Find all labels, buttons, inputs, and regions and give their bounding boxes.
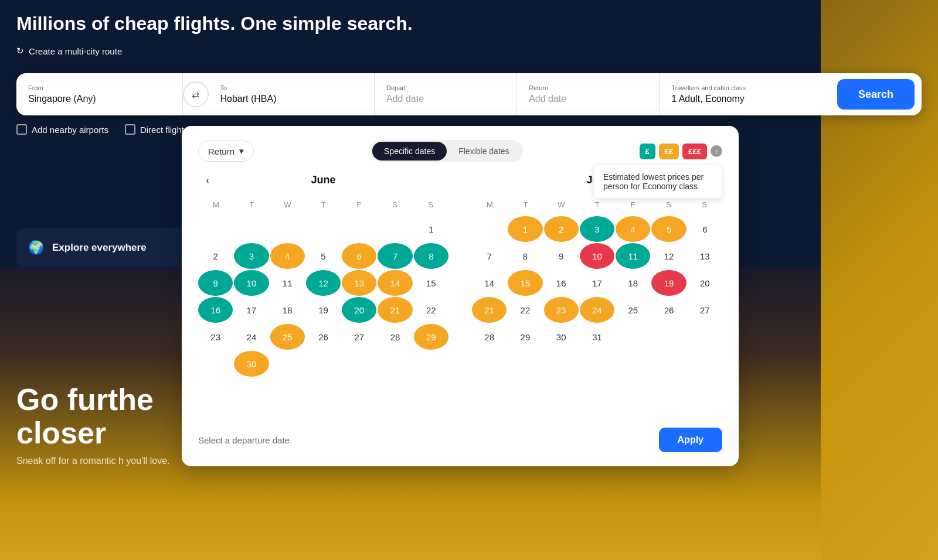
july-day-26[interactable]: 26 (651, 297, 686, 323)
june-day-25[interactable]: 25 (270, 324, 305, 350)
july-day-30[interactable]: 30 (544, 324, 579, 350)
june-day-26[interactable]: 26 (306, 324, 341, 350)
price-badge-high[interactable]: £££ (682, 144, 707, 159)
july-day-14[interactable]: 14 (472, 270, 507, 296)
direct-flights-checkbox[interactable]: Direct flights (125, 124, 189, 135)
july-day-20[interactable]: 20 (688, 270, 722, 296)
july-day-12[interactable]: 12 (651, 243, 686, 269)
july-day-29[interactable]: 29 (508, 324, 542, 350)
june-day-15[interactable]: 15 (414, 270, 448, 296)
july-day-empty-0 (472, 216, 507, 242)
july-day-31[interactable]: 31 (580, 324, 614, 350)
june-day-20[interactable]: 20 (342, 297, 376, 323)
june-day-6[interactable]: 6 (342, 243, 376, 269)
june-day-24[interactable]: 24 (234, 324, 269, 350)
june-day-empty-1 (234, 216, 269, 242)
july-day-28[interactable]: 28 (472, 324, 507, 350)
swap-button[interactable]: ⇄ (183, 81, 209, 107)
july-day-4[interactable]: 4 (616, 216, 650, 242)
july-day-9[interactable]: 9 (544, 243, 579, 269)
july-day-1[interactable]: 1 (508, 216, 542, 242)
july-day-7[interactable]: 7 (472, 243, 507, 269)
july-day-19[interactable]: 19 (651, 270, 686, 296)
june-day-12[interactable]: 12 (306, 270, 341, 296)
from-field[interactable]: From Singapore (Any) (16, 73, 183, 115)
june-grid: 1234567891011121314151617181920212223242… (198, 216, 448, 404)
july-day-27[interactable]: 27 (688, 297, 722, 323)
apply-button[interactable]: Apply (659, 428, 722, 452)
june-day-empty-42 (198, 378, 233, 404)
july-day-18[interactable]: 18 (616, 270, 650, 296)
price-badge-mid[interactable]: ££ (659, 144, 679, 159)
june-day-19[interactable]: 19 (306, 297, 341, 323)
from-label: From (28, 84, 171, 91)
info-icon[interactable]: i (711, 145, 722, 157)
search-bar: From Singapore (Any) ⇄ To Hobart (HBA) D… (16, 73, 922, 115)
june-day-27[interactable]: 27 (342, 324, 376, 350)
june-day-23[interactable]: 23 (198, 324, 233, 350)
direct-flights-box[interactable] (125, 124, 135, 135)
july-day-8[interactable]: 8 (508, 243, 542, 269)
june-day-28[interactable]: 28 (378, 324, 412, 350)
june-day-4[interactable]: 4 (270, 243, 305, 269)
june-day-10[interactable]: 10 (234, 270, 269, 296)
travellers-label: Travellers and cabin class (671, 84, 825, 91)
nearby-airports-box[interactable] (16, 124, 27, 135)
price-legend: £ ££ £££ i Estimated lowest prices per p… (640, 144, 722, 159)
travellers-field[interactable]: Travellers and cabin class 1 Adult, Econ… (660, 73, 837, 115)
july-day-15[interactable]: 15 (508, 270, 542, 296)
june-day-9[interactable]: 9 (198, 270, 233, 296)
july-day-23[interactable]: 23 (544, 297, 579, 323)
july-day-2[interactable]: 2 (544, 216, 579, 242)
july-day-6[interactable]: 6 (688, 216, 722, 242)
multi-city-link[interactable]: ↻ Create a multi-city route (16, 46, 122, 56)
june-day-11[interactable]: 11 (270, 270, 305, 296)
june-day-14[interactable]: 14 (378, 270, 412, 296)
june-day-8[interactable]: 8 (414, 243, 448, 269)
june-day-empty-5 (378, 216, 412, 242)
july-day-10[interactable]: 10 (580, 243, 614, 269)
price-badge-low[interactable]: £ (640, 144, 655, 159)
june-day-21[interactable]: 21 (378, 297, 412, 323)
main-title: Millions of cheap flights. One simple se… (16, 13, 413, 35)
june-day-empty-40 (378, 351, 412, 377)
june-day-1[interactable]: 1 (414, 216, 448, 242)
june-day-13[interactable]: 13 (342, 270, 376, 296)
july-day-22[interactable]: 22 (508, 297, 542, 323)
search-button[interactable]: Search (837, 79, 915, 110)
june-day-16[interactable]: 16 (198, 297, 233, 323)
june-day-7[interactable]: 7 (378, 243, 412, 269)
june-day-17[interactable]: 17 (234, 297, 269, 323)
bottom-promo-text: Go furthe closer Sneak off for a romanti… (16, 383, 170, 466)
june-day-2[interactable]: 2 (198, 243, 233, 269)
june-day-3[interactable]: 3 (234, 243, 269, 269)
nearby-airports-checkbox[interactable]: Add nearby airports (16, 124, 108, 135)
prev-month-button[interactable]: ‹ (198, 171, 217, 190)
date-tabs: Specific dates Flexible dates (371, 140, 523, 162)
day-header-jw: W (543, 198, 579, 211)
depart-field[interactable]: Depart Add date (375, 73, 517, 115)
return-dropdown[interactable]: Return ▾ (198, 141, 254, 162)
june-day-empty-37 (270, 351, 305, 377)
july-day-5[interactable]: 5 (651, 216, 686, 242)
june-day-29[interactable]: 29 (414, 324, 448, 350)
explore-everywhere-button[interactable]: 🌍 Explore everywhere (16, 228, 186, 267)
july-day-25[interactable]: 25 (616, 297, 650, 323)
july-day-3[interactable]: 3 (580, 216, 614, 242)
june-calendar: ‹ June M T W T F S S 1234567891011121314… (198, 174, 448, 404)
july-day-21[interactable]: 21 (472, 297, 507, 323)
june-day-30[interactable]: 30 (234, 351, 269, 377)
specific-dates-tab[interactable]: Specific dates (372, 142, 447, 161)
july-day-24[interactable]: 24 (580, 297, 614, 323)
june-day-5[interactable]: 5 (306, 243, 341, 269)
june-day-empty-41 (414, 351, 448, 377)
july-day-17[interactable]: 17 (580, 270, 614, 296)
return-field[interactable]: Return Add date (517, 73, 660, 115)
june-day-22[interactable]: 22 (414, 297, 448, 323)
to-field[interactable]: To Hobart (HBA) (209, 73, 375, 115)
july-day-11[interactable]: 11 (616, 243, 650, 269)
july-day-13[interactable]: 13 (688, 243, 722, 269)
june-day-18[interactable]: 18 (270, 297, 305, 323)
flexible-dates-tab[interactable]: Flexible dates (447, 142, 521, 161)
july-day-16[interactable]: 16 (544, 270, 579, 296)
